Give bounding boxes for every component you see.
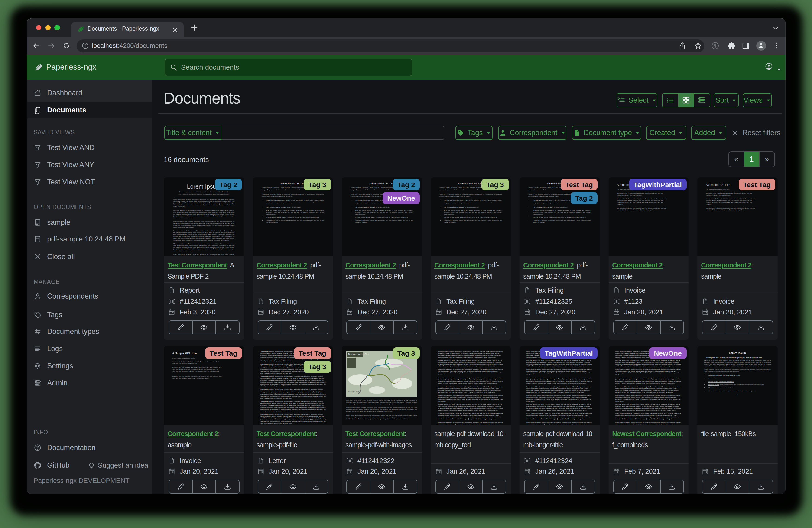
svg-text:Google Earth: Google Earth [348, 390, 362, 393]
svg-text:Boundary Waters Trip: Boundary Waters Trip [348, 353, 369, 355]
